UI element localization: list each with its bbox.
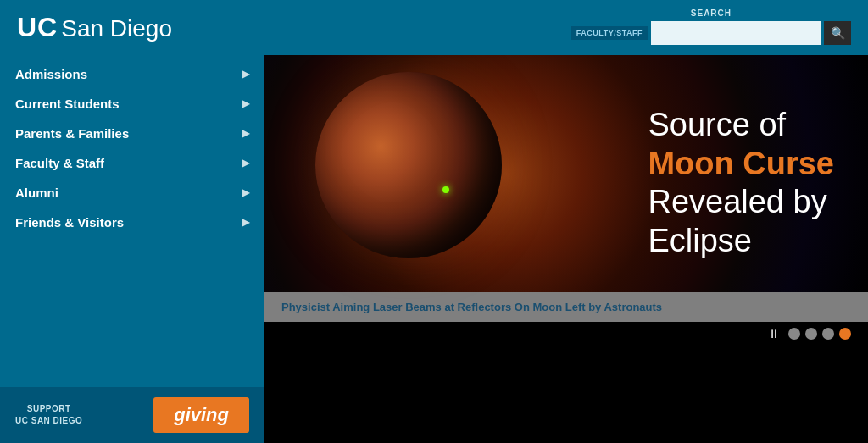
sidebar-item-parents[interactable]: Parents & Families ▶ (0, 119, 264, 148)
carousel-dot-3[interactable] (822, 328, 834, 340)
moon-graphic (315, 72, 502, 258)
header-right: SEARCH FACULTY/STAFF 🔍 (571, 8, 851, 45)
search-input[interactable] (651, 21, 821, 45)
carousel-dot-4[interactable] (839, 328, 851, 340)
giving-button[interactable]: giving (153, 397, 249, 433)
arrow-icon: ▶ (242, 158, 249, 169)
nav-menu: Admissions ▶ Current Students ▶ Parents … (0, 55, 264, 387)
hero-image: Source of Moon Curse Revealed by Eclipse (264, 55, 868, 292)
sidebar-item-label: Admissions (15, 67, 87, 81)
sidebar: Admissions ▶ Current Students ▶ Parents … (0, 55, 264, 443)
search-button[interactable]: 🔍 (824, 21, 851, 45)
support-area: SUPPORT UC SAN DIEGO giving (0, 387, 264, 443)
carousel-controls: ⏸ (264, 322, 868, 346)
arrow-icon: ▶ (242, 187, 249, 198)
logo-uc: UC (17, 12, 58, 43)
sidebar-item-label: Faculty & Staff (15, 156, 104, 170)
logo-san-diego: San Diego (61, 15, 172, 42)
laser-dot (442, 186, 449, 193)
hero-caption[interactable]: Physicist Aiming Laser Beams at Reflecto… (264, 292, 868, 322)
sidebar-item-friends[interactable]: Friends & Visitors ▶ (0, 208, 264, 237)
pause-button[interactable]: ⏸ (768, 327, 780, 341)
sidebar-item-label: Alumni (15, 186, 58, 200)
arrow-icon: ▶ (242, 98, 249, 109)
search-label: SEARCH (571, 8, 851, 18)
carousel-dot-1[interactable] (788, 328, 800, 340)
hero-text: Source of Moon Curse Revealed by Eclipse (648, 106, 834, 260)
logo[interactable]: UC San Diego (17, 12, 172, 43)
carousel-dot-2[interactable] (805, 328, 817, 340)
sidebar-item-alumni[interactable]: Alumni ▶ (0, 178, 264, 208)
arrow-icon: ▶ (242, 69, 249, 80)
arrow-icon: ▶ (242, 217, 249, 228)
hero: Source of Moon Curse Revealed by Eclipse… (264, 55, 868, 443)
sidebar-item-label: Current Students (15, 97, 120, 111)
faculty-staff-badge[interactable]: FACULTY/STAFF (571, 26, 648, 40)
sidebar-item-current-students[interactable]: Current Students ▶ (0, 89, 264, 119)
sidebar-item-faculty[interactable]: Faculty & Staff ▶ (0, 148, 264, 178)
search-row: FACULTY/STAFF 🔍 (571, 21, 851, 45)
header: UC San Diego SEARCH FACULTY/STAFF 🔍 (0, 0, 868, 55)
sidebar-item-admissions[interactable]: Admissions ▶ (0, 59, 264, 89)
sidebar-item-label: Friends & Visitors (15, 215, 124, 230)
sidebar-item-label: Parents & Families (15, 126, 129, 141)
main-area: Admissions ▶ Current Students ▶ Parents … (0, 55, 868, 443)
support-text: SUPPORT UC SAN DIEGO (15, 403, 82, 427)
arrow-icon: ▶ (242, 128, 249, 139)
